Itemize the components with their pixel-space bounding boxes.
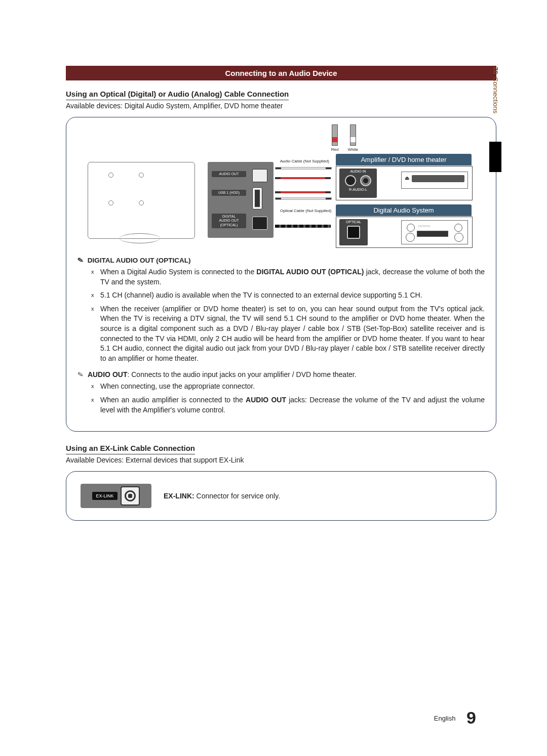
section1-subtext: Available devices: Digital Audio System,…: [66, 102, 496, 110]
exlink-heading: Using an EX-Link Cable Connection: [66, 444, 195, 454]
dao-bullet-3: When the receiver (amplifier or DVD home…: [100, 304, 485, 364]
ao-bullet-1: When connecting, use the appropriate con…: [100, 382, 485, 392]
section1-heading: Using an Optical (Digital) or Audio (Ana…: [66, 90, 289, 100]
exlink-box: EX-LINK EX-LINK: Connector for service o…: [66, 471, 496, 521]
digital-audio-header: Digital Audio System: [336, 204, 472, 216]
exlink-description: EX-LINK: Connector for service only.: [164, 492, 280, 500]
optical-label: OPTICAL: [339, 220, 368, 224]
exlink-jack-icon: [121, 486, 140, 506]
ao-bullet-2: When an audio amplifier is connected to …: [100, 395, 485, 415]
amplifier-header: Amplifier / DVD home theater: [336, 154, 472, 165]
digital-audio-out-label: DIGITAL AUDIO OUT (OPTICAL): [212, 214, 246, 228]
page-footer: English 9: [434, 708, 476, 728]
note-icon: ✎: [77, 256, 85, 265]
audio-out-label: AUDIO OUT: [212, 171, 246, 177]
exlink-port: EX-LINK: [81, 484, 151, 508]
connection-diagram: AUDIO OUT USB 1 (HDD) DIGITAL AUDIO OUT …: [77, 124, 485, 251]
audio-cable-label: Audio Cable (Not Supplied): [280, 159, 329, 163]
rca-white-label: White: [348, 147, 358, 152]
exlink-subtext: Available Devices: External devices that…: [66, 456, 496, 464]
usb-label: USB 1 (HDD): [212, 190, 246, 196]
digital-audio-out-heading: ✎ DIGITAL AUDIO OUT (OPTICAL): [77, 256, 485, 264]
section-number: 02: [492, 67, 499, 74]
footer-page-number: 9: [466, 708, 476, 727]
digital-audio-out-bullets: When a Digital Audio System is connected…: [100, 267, 485, 363]
amplifier-device: AUDIO IN R-AUDIO-L ⏏: [336, 166, 473, 200]
dao-bullet-2: 5.1 CH (channel) audio is available when…: [100, 290, 485, 301]
audio-out-heading: ✎ AUDIO OUT: Connects to the audio input…: [77, 370, 485, 379]
audio-out-bullets: When connecting, use the appropriate con…: [100, 382, 485, 415]
rca-plugs: Red White: [331, 124, 357, 152]
side-marker: [489, 142, 501, 172]
section-tab: 02 Connections: [489, 67, 501, 138]
connection-diagram-box: AUDIO OUT USB 1 (HDD) DIGITAL AUDIO OUT …: [66, 117, 496, 432]
exlink-port-label: EX-LINK: [92, 492, 117, 500]
digital-audio-device: OPTICAL ○○○○○: [336, 217, 473, 248]
audio-in-label: AUDIO IN: [339, 170, 377, 173]
footer-lang: English: [434, 715, 456, 722]
r-audio-l-label: R-AUDIO-L: [339, 188, 377, 191]
optical-cable-label: Optical Cable (Not Supplied): [280, 208, 331, 213]
note-icon: ✎: [77, 370, 85, 379]
rca-red-label: Red: [331, 147, 339, 152]
page-header: Connecting to an Audio Device: [66, 66, 496, 80]
dao-bullet-1: When a Digital Audio System is connected…: [100, 267, 485, 287]
tv-rear-panel: [88, 162, 195, 239]
section-label: Connections: [492, 77, 499, 113]
tv-port-block: AUDIO OUT USB 1 (HDD) DIGITAL AUDIO OUT …: [208, 162, 274, 238]
